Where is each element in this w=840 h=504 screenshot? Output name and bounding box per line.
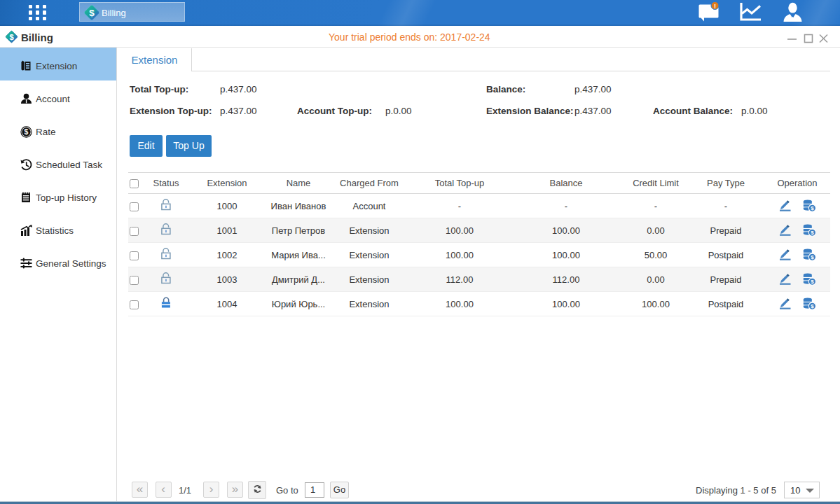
- svg-text:!: !: [714, 3, 716, 10]
- svg-text:$: $: [25, 127, 29, 136]
- svg-text:$: $: [811, 254, 814, 260]
- svg-text:$: $: [811, 303, 814, 309]
- svg-text:$: $: [811, 205, 814, 211]
- svg-text:$: $: [811, 230, 814, 236]
- svg-text:$: $: [811, 279, 814, 285]
- svg-text:$: $: [89, 8, 95, 18]
- svg-text:$: $: [9, 33, 14, 41]
